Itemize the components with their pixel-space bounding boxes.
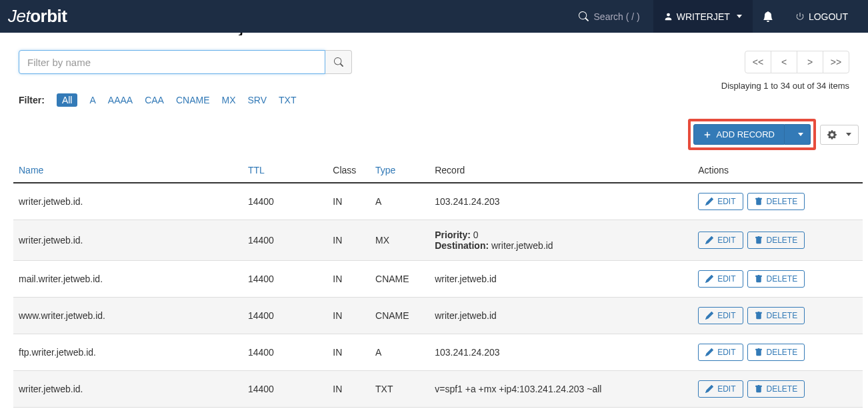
delete-button[interactable]: DELETE	[747, 380, 805, 398]
search-label: Search ( / )	[594, 11, 640, 22]
dns-records-table: Name TTL Class Type Record Actions write…	[13, 158, 863, 411]
cell-record: writer.jetweb.id	[429, 298, 693, 334]
cell-type: MX	[370, 220, 429, 261]
type-filter-row: Filter: AllAAAAACAACNAMEMXSRVTXT	[0, 91, 868, 112]
pencil-icon	[705, 348, 713, 356]
cell-class: IN	[327, 261, 370, 298]
type-filter-caa[interactable]: CAA	[145, 95, 164, 105]
add-record-button[interactable]: ADD RECORD	[693, 124, 785, 145]
pencil-icon	[705, 275, 713, 283]
col-ttl[interactable]: TTL	[243, 158, 327, 183]
filter-by-name-input[interactable]	[19, 50, 325, 74]
logo-part-2: orbit	[30, 6, 67, 26]
pager-prev[interactable]: <	[771, 51, 797, 73]
cell-actions: EDITDELETE	[693, 408, 863, 412]
table-row: mail.writer.jetweb.id.14400INCNAMEwriter…	[13, 261, 863, 298]
settings-button[interactable]	[820, 125, 859, 145]
search-icon	[334, 57, 343, 67]
trash-icon	[755, 312, 763, 320]
delete-button[interactable]: DELETE	[747, 344, 805, 361]
cell-actions: EDITDELETE	[693, 220, 863, 261]
record-value: writer.jetweb.id	[435, 274, 497, 284]
bell-icon	[763, 11, 773, 22]
logout-button[interactable]: LOGOUT	[783, 0, 860, 33]
pager-last[interactable]: >>	[823, 51, 849, 73]
cell-name: writer.jetweb.id.	[13, 371, 243, 408]
delete-button[interactable]: DELETE	[747, 232, 805, 249]
cell-type: A	[370, 408, 429, 412]
cell-name: writer.jetweb.id.	[13, 220, 243, 261]
record-value: Priority: 0Destination: writer.jetweb.id	[435, 230, 687, 251]
user-menu[interactable]: WRITERJET	[653, 0, 753, 33]
cell-class: IN	[327, 371, 370, 408]
col-name[interactable]: Name	[13, 158, 243, 183]
cell-record: writer.jetweb.id	[429, 261, 693, 298]
type-filter-all[interactable]: All	[57, 93, 78, 107]
cell-type: CNAME	[370, 261, 429, 298]
filter-label: Filter:	[19, 95, 45, 105]
edit-button[interactable]: EDIT	[698, 380, 743, 398]
cell-actions: EDITDELETE	[693, 183, 863, 220]
cell-ttl: 14400	[243, 183, 327, 220]
delete-button[interactable]: DELETE	[747, 307, 805, 324]
cell-actions: EDITDELETE	[693, 261, 863, 298]
logo-part-1: Jet	[8, 6, 30, 26]
cell-actions: EDITDELETE	[693, 298, 863, 334]
col-record: Record	[429, 158, 693, 183]
edit-button[interactable]: EDIT	[698, 344, 743, 361]
edit-button[interactable]: EDIT	[698, 232, 743, 249]
record-value: 103.241.24.203	[435, 196, 499, 207]
table-row: ftp.writer.jetweb.id.14400INA103.241.24.…	[13, 334, 863, 371]
type-filter-srv[interactable]: SRV	[248, 95, 267, 105]
global-search[interactable]: Search ( / )	[579, 11, 640, 22]
caret-down-icon	[798, 133, 803, 136]
type-filter-cname[interactable]: CNAME	[176, 95, 210, 105]
cell-ttl: 14400	[243, 408, 327, 412]
edit-button[interactable]: EDIT	[698, 193, 743, 210]
edit-button[interactable]: EDIT	[698, 270, 743, 288]
cell-actions: EDITDELETE	[693, 334, 863, 371]
type-filter-a[interactable]: A	[89, 95, 95, 105]
trash-icon	[755, 236, 763, 244]
paginator: << < > >>	[745, 51, 849, 73]
cell-class: IN	[327, 183, 370, 220]
add-record-dropdown[interactable]	[785, 124, 811, 145]
delete-button[interactable]: DELETE	[747, 270, 805, 288]
filter-submit-button[interactable]	[325, 50, 352, 74]
cell-record: 103.241.24.203	[429, 334, 693, 371]
page-title: Zone Records for "writer.jetweb.id"	[0, 33, 868, 35]
pager-first[interactable]: <<	[745, 51, 771, 73]
cell-class: IN	[327, 298, 370, 334]
delete-button[interactable]: DELETE	[747, 193, 805, 210]
table-row: writer.jetweb.id.14400INTXTv=spf1 +a +mx…	[13, 371, 863, 408]
cell-class: IN	[327, 408, 370, 412]
table-row: www.writer.jetweb.id.14400INCNAMEwriter.…	[13, 298, 863, 334]
cell-ttl: 14400	[243, 261, 327, 298]
trash-icon	[755, 275, 763, 283]
type-filter-txt[interactable]: TXT	[279, 95, 296, 105]
cell-type: A	[370, 183, 429, 220]
pager-next[interactable]: >	[797, 51, 823, 73]
notifications-button[interactable]	[753, 0, 783, 33]
pencil-icon	[705, 312, 713, 320]
cell-actions: EDITDELETE	[693, 371, 863, 408]
cell-name: mail.writer.jetweb.id.	[13, 261, 243, 298]
col-class: Class	[327, 158, 370, 183]
col-type[interactable]: Type	[370, 158, 429, 183]
record-value: writer.jetweb.id	[435, 310, 497, 321]
cell-type: TXT	[370, 371, 429, 408]
cell-record: Priority: 0Destination: writer.jetweb.id	[429, 220, 693, 261]
cell-name: ftp.writer.jetweb.id.	[13, 334, 243, 371]
user-name: WRITERJET	[677, 11, 730, 22]
table-row: writer.jetweb.id.14400INMXPriority: 0Des…	[13, 220, 863, 261]
edit-button[interactable]: EDIT	[698, 307, 743, 324]
cell-name: cpcontacts.writer.jetweb.id.	[13, 408, 243, 412]
gear-icon	[827, 130, 837, 139]
cell-record: 103.241.24.203	[429, 183, 693, 220]
top-navbar: Jetorbit Search ( / ) WRITERJET LOGOUT	[0, 0, 868, 33]
cell-type: CNAME	[370, 298, 429, 334]
caret-down-icon	[846, 133, 851, 136]
type-filter-mx[interactable]: MX	[222, 95, 236, 105]
type-filter-aaaa[interactable]: AAAA	[108, 95, 133, 105]
logo: Jetorbit	[8, 6, 67, 27]
